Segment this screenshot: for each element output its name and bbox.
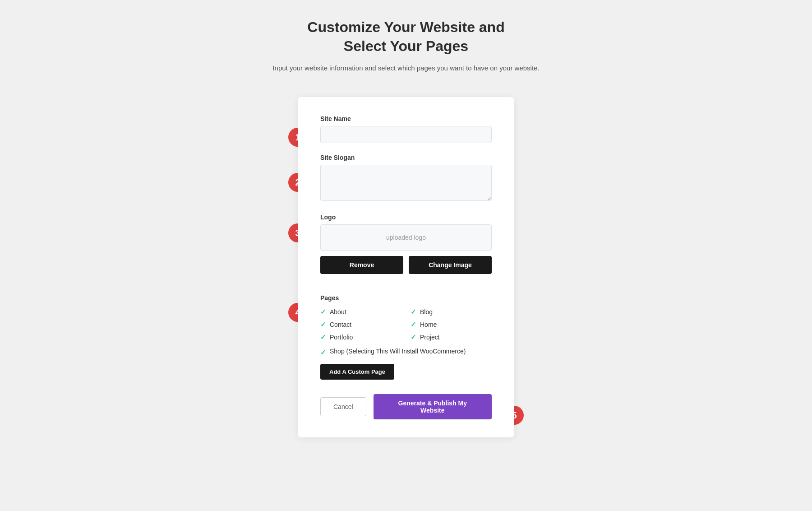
page-item-blog[interactable]: ✓ Blog: [411, 308, 492, 316]
site-slogan-input[interactable]: [320, 165, 492, 201]
check-blog-icon: ✓: [411, 308, 416, 316]
check-contact-icon: ✓: [320, 321, 326, 329]
check-about-icon: ✓: [320, 308, 326, 316]
form-footer: Cancel Generate & Publish My Website: [320, 390, 492, 419]
logo-preview: uploaded logo: [320, 224, 492, 251]
page-item-contact[interactable]: ✓ Contact: [320, 321, 401, 329]
page-title: Customize Your Website and Select Your P…: [272, 18, 539, 56]
page-about-label: About: [330, 308, 346, 316]
change-image-button[interactable]: Change Image: [409, 256, 492, 274]
logo-buttons: Remove Change Image: [320, 256, 492, 274]
pages-label: Pages: [320, 294, 492, 302]
logo-placeholder-text: uploaded logo: [386, 234, 426, 241]
page-subtitle: Input your website information and selec…: [272, 63, 539, 74]
check-shop-icon: ✓: [320, 348, 326, 357]
page-contact-label: Contact: [330, 321, 351, 328]
site-slogan-label: Site Slogan: [320, 154, 492, 161]
site-name-input[interactable]: [320, 126, 492, 143]
page-portfolio-label: Portfolio: [330, 334, 353, 341]
generate-publish-button[interactable]: Generate & Publish My Website: [374, 394, 492, 419]
page-item-portfolio[interactable]: ✓ Portfolio: [320, 333, 401, 341]
check-project-icon: ✓: [411, 333, 416, 341]
page-home-label: Home: [420, 321, 437, 328]
page-shop-label: Shop (Selecting This Will Install WooCom…: [330, 348, 466, 355]
logo-group: Logo uploaded logo Remove Change Image: [320, 214, 492, 274]
check-portfolio-icon: ✓: [320, 333, 326, 341]
page-item-home[interactable]: ✓ Home: [411, 321, 492, 329]
pages-section: Pages ✓ About ✓ Blog ✓ Contact ✓ Home: [320, 294, 492, 390]
page-item-about[interactable]: ✓ About: [320, 308, 401, 316]
logo-label: Logo: [320, 214, 492, 221]
form-card: Site Name Site Slogan Logo uploaded logo…: [298, 97, 514, 437]
page-project-label: Project: [420, 334, 440, 341]
page-blog-label: Blog: [420, 308, 433, 316]
pages-grid: ✓ About ✓ Blog ✓ Contact ✓ Home ✓ Port: [320, 308, 492, 341]
site-name-group: Site Name: [320, 115, 492, 143]
check-home-icon: ✓: [411, 321, 416, 329]
page-item-project[interactable]: ✓ Project: [411, 333, 492, 341]
site-slogan-group: Site Slogan: [320, 154, 492, 203]
cancel-button[interactable]: Cancel: [320, 397, 366, 416]
site-name-label: Site Name: [320, 115, 492, 122]
add-custom-page-button[interactable]: Add A Custom Page: [320, 364, 394, 380]
page-item-shop[interactable]: ✓ Shop (Selecting This Will Install WooC…: [320, 348, 492, 357]
remove-button[interactable]: Remove: [320, 256, 403, 274]
